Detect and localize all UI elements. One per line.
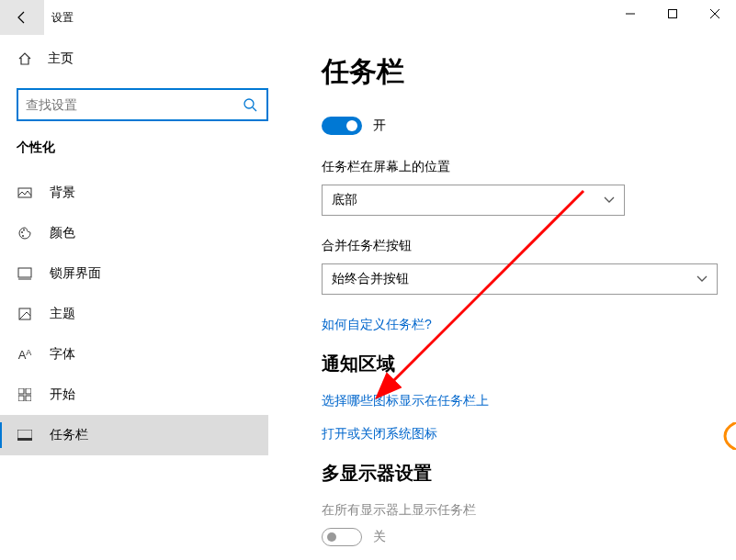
palette-icon: [17, 226, 33, 241]
sidebar: 主页 个性化 背景 颜色 锁屏界面 主题: [0, 35, 285, 560]
combine-label: 合并任务栏按钮: [322, 238, 718, 254]
sidebar-item-label: 主题: [50, 306, 75, 322]
svg-line-5: [253, 107, 256, 111]
svg-rect-16: [26, 396, 31, 401]
all-monitors-state: 关: [373, 529, 386, 545]
sidebar-item-label: 字体: [50, 346, 75, 363]
svg-rect-14: [26, 388, 31, 394]
lockscreen-icon: [17, 266, 33, 281]
combine-value: 始终合并按钮: [332, 271, 409, 287]
notif-heading: 通知区域: [322, 352, 718, 376]
close-button[interactable]: [694, 0, 736, 28]
toggle-state: 开: [373, 118, 386, 134]
search-box[interactable]: [17, 88, 268, 121]
toggle-switch[interactable]: [322, 117, 362, 135]
all-monitors-toggle[interactable]: [322, 528, 362, 546]
sidebar-item-background[interactable]: 背景: [0, 173, 268, 213]
select-icons-link[interactable]: 选择哪些图标显示在任务栏上: [322, 393, 718, 409]
start-icon: [17, 388, 33, 401]
sidebar-item-label: 颜色: [50, 225, 75, 241]
image-icon: [17, 185, 33, 200]
chevron-down-icon: [696, 273, 708, 286]
home-label: 主页: [48, 50, 74, 67]
svg-point-4: [244, 99, 254, 108]
sidebar-item-themes[interactable]: 主题: [0, 294, 268, 334]
sidebar-item-label: 背景: [50, 185, 75, 201]
themes-icon: [17, 307, 33, 321]
font-icon: AA: [17, 348, 33, 362]
home-icon: [17, 51, 33, 66]
minimize-button[interactable]: [609, 0, 651, 28]
sidebar-section: 个性化: [17, 140, 268, 156]
search-input[interactable]: [26, 97, 241, 112]
svg-rect-18: [17, 438, 32, 441]
sidebar-item-start[interactable]: 开始: [0, 375, 268, 415]
combine-dropdown[interactable]: 始终合并按钮: [322, 263, 718, 295]
home-link[interactable]: 主页: [17, 40, 268, 77]
svg-point-8: [23, 230, 25, 231]
sidebar-item-taskbar[interactable]: 任务栏: [0, 415, 268, 455]
customize-link[interactable]: 如何自定义任务栏?: [322, 317, 718, 333]
svg-point-7: [21, 231, 23, 233]
chevron-down-icon: [604, 194, 615, 207]
back-button[interactable]: [0, 0, 44, 35]
svg-rect-1: [669, 10, 677, 18]
svg-rect-10: [18, 268, 31, 277]
sidebar-item-fonts[interactable]: AA 字体: [0, 334, 268, 375]
position-label: 任务栏在屏幕上的位置: [322, 159, 718, 175]
position-value: 底部: [332, 192, 357, 208]
sidebar-item-label: 锁屏界面: [50, 265, 101, 282]
svg-rect-15: [18, 396, 24, 401]
multi-monitor-heading: 多显示器设置: [322, 461, 718, 486]
page-title: 任务栏: [322, 53, 718, 91]
sidebar-item-label: 开始: [50, 386, 75, 403]
svg-point-9: [22, 235, 24, 237]
overlay-icon: [721, 422, 736, 450]
sidebar-item-lockscreen[interactable]: 锁屏界面: [0, 253, 268, 294]
position-dropdown[interactable]: 底部: [322, 185, 625, 216]
system-icons-link[interactable]: 打开或关闭系统图标: [322, 426, 718, 442]
sidebar-item-label: 任务栏: [50, 427, 88, 443]
taskbar-icon: [17, 430, 33, 441]
all-monitors-label: 在所有显示器上显示任务栏: [322, 502, 718, 519]
content-area: 任务栏 开 任务栏在屏幕上的位置 底部 合并任务栏按钮 始终合并按钮 如何自定义…: [285, 35, 736, 560]
maximize-button[interactable]: [651, 0, 694, 28]
search-icon: [241, 97, 259, 112]
app-title: 设置: [44, 10, 74, 26]
svg-rect-13: [18, 388, 24, 394]
sidebar-item-colors[interactable]: 颜色: [0, 213, 268, 253]
